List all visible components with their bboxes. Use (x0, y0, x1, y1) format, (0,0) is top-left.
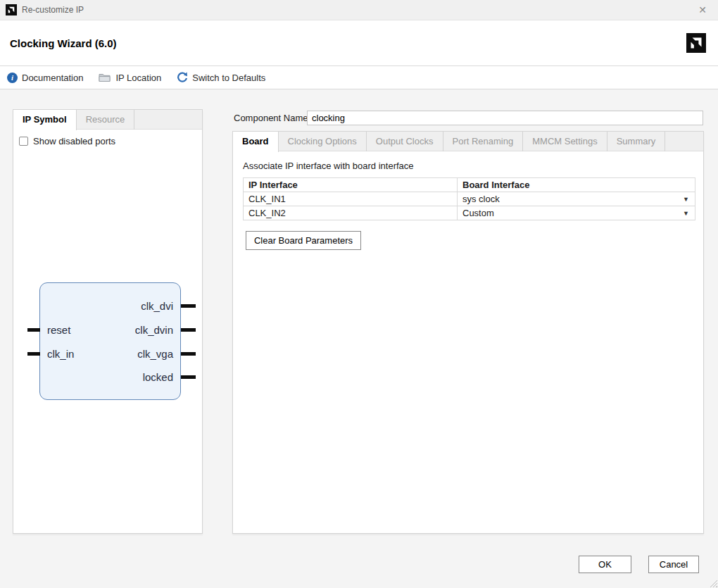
component-name-input[interactable] (307, 111, 703, 125)
table-header-row: IP Interface Board Interface (244, 178, 695, 192)
port-clk-dvin: clk_dvin (135, 324, 173, 336)
switch-to-defaults-label: Switch to Defaults (192, 73, 265, 83)
board-interface-select-clk-in2[interactable]: Custom ▼ (458, 206, 695, 220)
cancel-button[interactable]: Cancel (648, 556, 699, 573)
amd-logo-icon (6, 4, 17, 15)
tab-ip-symbol[interactable]: IP Symbol (13, 110, 77, 130)
column-header-ip-interface: IP Interface (244, 178, 458, 192)
board-interface-value: sys clock (462, 194, 500, 204)
documentation-label: Documentation (22, 73, 83, 83)
port-stub-clk-dvin (181, 328, 196, 332)
component-name-label: Component Name (234, 111, 308, 125)
ip-symbol-panel: IP Symbol Resource Show disabled ports r… (13, 109, 203, 534)
tab-resource[interactable]: Resource (77, 110, 135, 130)
refresh-icon (177, 72, 188, 83)
clear-board-parameters-button[interactable]: Clear Board Parameters (246, 231, 361, 250)
dialog-header: Clocking Wizard (6.0) (0, 20, 718, 66)
tab-mmcm-settings[interactable]: MMCM Settings (523, 132, 607, 151)
ip-interface-clk-in2: CLK_IN2 (244, 206, 458, 220)
page-title: Clocking Wizard (6.0) (10, 37, 686, 49)
ip-symbol-diagram: reset clk_in clk_dvi clk_dvin clk_vga lo… (39, 282, 181, 400)
table-row: CLK_IN2 Custom ▼ (244, 206, 695, 220)
ip-location-button[interactable]: IP Location (99, 73, 161, 83)
port-locked: locked (143, 371, 173, 383)
board-tab-panel: Board Clocking Options Output Clocks Por… (232, 131, 704, 534)
dialog-content: IP Symbol Resource Show disabled ports r… (0, 90, 718, 588)
port-stub-reset (27, 328, 40, 332)
title-bar: Re-customize IP ✕ (0, 0, 718, 20)
port-reset: reset (47, 324, 70, 336)
info-icon: i (7, 73, 18, 83)
toolbar: i Documentation IP Location Switch to De… (0, 66, 718, 89)
close-icon[interactable]: ✕ (693, 2, 712, 18)
column-header-board-interface: Board Interface (458, 178, 695, 192)
documentation-button[interactable]: i Documentation (7, 73, 83, 83)
show-disabled-ports-row[interactable]: Show disabled ports (19, 136, 202, 146)
show-disabled-ports-label: Show disabled ports (33, 136, 115, 146)
port-stub-clk-in (27, 352, 40, 356)
window-title: Re-customize IP (22, 5, 693, 15)
port-stub-locked (181, 375, 196, 379)
tab-summary[interactable]: Summary (607, 132, 666, 151)
port-clk-in: clk_in (47, 348, 74, 360)
switch-to-defaults-button[interactable]: Switch to Defaults (177, 72, 265, 83)
board-interface-value: Custom (462, 208, 494, 218)
port-clk-dvi: clk_dvi (141, 300, 173, 312)
chevron-down-icon: ▼ (683, 210, 689, 217)
main-tabstrip: Board Clocking Options Output Clocks Por… (233, 132, 703, 151)
show-disabled-ports-checkbox[interactable] (19, 137, 28, 146)
tab-port-renaming[interactable]: Port Renaming (443, 132, 524, 151)
folder-icon (99, 73, 111, 82)
chevron-down-icon: ▼ (683, 196, 689, 203)
ip-interface-clk-in1: CLK_IN1 (244, 192, 458, 206)
port-stub-clk-dvi (181, 304, 196, 308)
board-interface-table: IP Interface Board Interface CLK_IN1 sys… (243, 177, 695, 220)
port-clk-vga: clk_vga (137, 348, 173, 360)
ip-location-label: IP Location (115, 73, 161, 83)
ok-button[interactable]: OK (579, 556, 631, 573)
tab-output-clocks[interactable]: Output Clocks (367, 132, 443, 151)
board-interface-select-clk-in1[interactable]: sys clock ▼ (458, 192, 695, 206)
table-row: CLK_IN1 sys clock ▼ (244, 192, 695, 206)
tab-clocking-options[interactable]: Clocking Options (279, 132, 367, 151)
associate-caption: Associate IP interface with board interf… (243, 161, 703, 171)
amd-logo (686, 33, 706, 53)
port-stub-clk-vga (181, 352, 196, 356)
left-tabstrip: IP Symbol Resource (13, 110, 202, 130)
tab-board[interactable]: Board (233, 132, 279, 152)
